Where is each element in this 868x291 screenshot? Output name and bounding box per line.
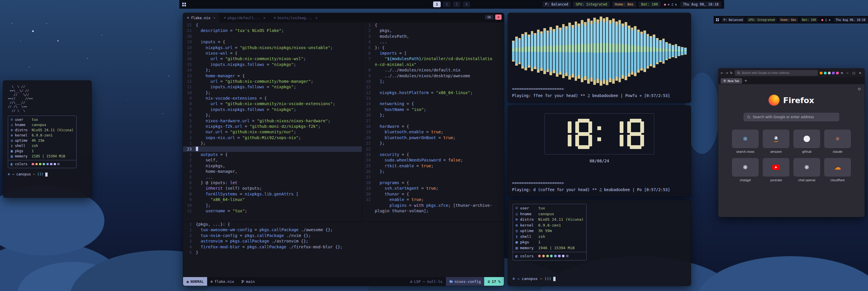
extension-icon[interactable] bbox=[820, 72, 823, 74]
back-icon[interactable]: ← bbox=[721, 71, 723, 75]
bar-main-status: P: BalancedGPU: IntegratedHome: 8msBat: … bbox=[542, 1, 660, 7]
uptime-icon: ◷ bbox=[11, 138, 15, 143]
newtab-search-bar[interactable]: Search with Google or enter address bbox=[744, 113, 839, 121]
close-button[interactable]: ✕ bbox=[858, 71, 862, 75]
audio-visualizer bbox=[512, 17, 687, 86]
firefox-logo-row: Firefox bbox=[769, 95, 814, 106]
status-pill[interactable]: Home: 8ms bbox=[612, 1, 636, 7]
reload-icon[interactable]: ↻ bbox=[730, 71, 733, 75]
code-text: firefox-mod-blur = pkgs.callPackage ./fi… bbox=[196, 244, 504, 250]
extension-icons bbox=[820, 72, 839, 74]
status-pill[interactable]: Bat: 100 bbox=[639, 1, 660, 7]
fetch-label: colors bbox=[15, 162, 32, 167]
workspace-button[interactable]: 4 bbox=[463, 1, 470, 7]
tab-close-icon[interactable]: × bbox=[213, 16, 216, 20]
editor-tab[interactable]: ❄hosts/isoImag...× bbox=[270, 13, 322, 22]
shortcut-tile-claude[interactable]: ✳claude bbox=[824, 129, 851, 153]
network-icon[interactable]: ⇅ bbox=[675, 3, 677, 6]
kernel-icon: ⚙ bbox=[516, 223, 520, 228]
extension-icon[interactable] bbox=[832, 72, 835, 74]
visualizer-bar bbox=[644, 30, 646, 72]
volume-icon[interactable]: ♫ bbox=[671, 3, 673, 6]
record-icon[interactable]: ● bbox=[821, 18, 823, 22]
digit-segment bbox=[575, 135, 579, 146]
extension-icon[interactable] bbox=[836, 72, 839, 74]
color-dot bbox=[538, 255, 541, 257]
visualizer-bar bbox=[550, 27, 552, 76]
code-text: security = { bbox=[375, 152, 504, 157]
code-line: 11 inputs.nixpkgs.follows = "nixpkgs"; bbox=[183, 84, 362, 90]
status-pill[interactable]: GPU: Integrated bbox=[573, 1, 610, 7]
app-launcher-icon[interactable] bbox=[716, 18, 719, 21]
bar-main-tray: ●❖♫⇅ bbox=[663, 3, 678, 6]
extension-icon[interactable] bbox=[828, 72, 831, 74]
line-number: 3 bbox=[362, 34, 375, 39]
tab-close-icon[interactable]: × bbox=[315, 16, 318, 20]
shell-prompt[interactable]: ❄ → canopus ~ ))) bbox=[8, 172, 87, 177]
shortcut-tile-chatgpt[interactable]: ❋chatgpt bbox=[732, 158, 758, 182]
editor-pane-iso[interactable]: 1{2 pkgs,3 modulesPath,4 ...5}: {6 impor… bbox=[362, 22, 504, 221]
line-number: 11 bbox=[362, 84, 375, 90]
firefox-toolbar: ← → ↻ Search with Google or enter addres… bbox=[718, 68, 865, 77]
tab-new-tab[interactable]: New Tab bbox=[721, 78, 742, 84]
shortcut-tile-cloudflare[interactable]: ☁cloudflare bbox=[824, 158, 851, 182]
menu-icon[interactable]: ≡ bbox=[841, 71, 843, 75]
visualizer-bar bbox=[609, 20, 612, 82]
clock-widget[interactable]: Thu Aug 08, 18:18 bbox=[680, 1, 721, 7]
url-bar[interactable]: Search with Google or enter address bbox=[735, 70, 818, 76]
line-number: 2 bbox=[183, 233, 196, 238]
fetch-row: ◷uptime3h 59m bbox=[516, 228, 584, 234]
status-pill[interactable]: Bat: 100 bbox=[800, 18, 818, 22]
settings-gear-icon[interactable]: ⚙ bbox=[858, 87, 861, 91]
apps-icon[interactable]: ❖ bbox=[668, 3, 670, 6]
new-tab-button[interactable]: + bbox=[744, 79, 747, 83]
code-text: inputs.nixpkgs.follows = "nixpkgs"; bbox=[196, 107, 362, 112]
shell-prompt[interactable]: ❄ → canopus ~ ))) bbox=[513, 276, 686, 282]
code-text: }; bbox=[196, 141, 362, 146]
editor-pane-flake[interactable]: 22{21 description = "tux's NixOS Flake";… bbox=[183, 22, 362, 221]
shortcut-tile-chat-openai[interactable]: ❋chat.openai bbox=[794, 158, 820, 182]
digit-segment bbox=[568, 135, 571, 146]
status-pill[interactable]: P: Balanced bbox=[542, 1, 571, 7]
hname-icon: ⌂ bbox=[516, 211, 520, 217]
line-number bbox=[362, 203, 375, 208]
shortcut-tile-amazon[interactable]: aamazon bbox=[763, 129, 789, 153]
network-icon[interactable]: ⇅ bbox=[829, 18, 831, 22]
tab-close-icon[interactable]: × bbox=[263, 16, 266, 20]
editor-tab[interactable]: ❄flake.nix× bbox=[183, 13, 220, 22]
preview-toggle-button[interactable] bbox=[485, 15, 493, 20]
editor-pane-pkgs[interactable]: 1{pkgs, ...}: {1 tux-awesome-wm-config =… bbox=[183, 221, 504, 277]
code-line: 21 }; bbox=[362, 141, 504, 146]
forward-icon[interactable]: → bbox=[725, 71, 728, 75]
app-launcher-icon[interactable] bbox=[182, 3, 186, 6]
record-icon[interactable]: ● bbox=[664, 3, 666, 6]
volume-icon[interactable]: ♫ bbox=[825, 18, 827, 22]
code-line: 9 "x86_64-linux" bbox=[183, 197, 362, 202]
shortcut-tile-github[interactable]: github bbox=[794, 129, 820, 153]
status-pill[interactable]: P: Balanced bbox=[722, 18, 744, 22]
shortcut-tile-youtube[interactable]: youtube bbox=[763, 158, 789, 182]
line-number: 18 bbox=[362, 124, 375, 129]
digit-segment bbox=[620, 121, 623, 133]
fetch-row: ☺usertux bbox=[516, 205, 584, 211]
code-text bbox=[196, 34, 362, 39]
code-text: nur.url = "github:nix-community/nur"; bbox=[196, 129, 362, 135]
status-pill[interactable]: GPU: Integrated bbox=[747, 18, 776, 22]
workspace-button[interactable]: 2 bbox=[443, 1, 451, 7]
maximize-button[interactable]: □ bbox=[851, 71, 856, 75]
workspace-button[interactable]: 3 bbox=[453, 1, 460, 7]
digit-segment bbox=[620, 135, 623, 146]
code-line: 5}: { bbox=[362, 45, 504, 51]
clock-widget[interactable]: Thu Aug 08, 18:18 bbox=[834, 18, 867, 22]
statusline: ◉ NORMAL ❄ flake.nix main ⚙ LSP ~ null-l… bbox=[183, 277, 504, 286]
digit-segment bbox=[630, 132, 642, 136]
window-close-button[interactable]: ✕ bbox=[495, 14, 502, 20]
workspace-button[interactable]: 1 bbox=[433, 1, 441, 7]
shortcut-tile-search-nixos[interactable]: ❄search.nixos bbox=[732, 129, 758, 153]
code-line: 4 firefox-mod-blur = pkgs.callPackage ./… bbox=[183, 244, 504, 250]
status-pill[interactable]: Home: 6ms bbox=[779, 18, 798, 22]
editor-tab[interactable]: ❄pkgs/default...× bbox=[220, 13, 270, 22]
minimize-button[interactable]: − bbox=[845, 71, 849, 75]
extension-icon[interactable] bbox=[824, 72, 827, 74]
fetch-row: ⌂hnamecanopus bbox=[11, 122, 74, 127]
